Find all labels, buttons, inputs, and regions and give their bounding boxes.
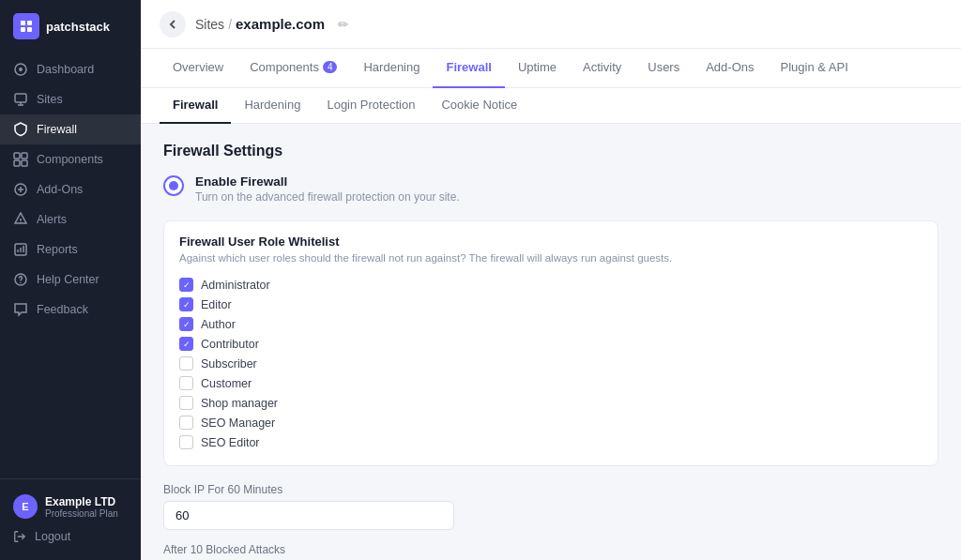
tab-firewall[interactable]: Firewall: [433, 49, 504, 88]
checkbox-label-editor: Editor: [201, 298, 232, 311]
whitelist-desc: Against which user roles should the fire…: [179, 252, 923, 264]
reports-icon: [13, 242, 28, 257]
back-arrow-icon: [167, 19, 178, 30]
checkbox-label-subscriber: Subscriber: [201, 357, 257, 371]
whitelist-title: Firewall User Role Whitelist: [179, 235, 923, 249]
tab-plugin-api[interactable]: Plugin & API: [768, 49, 862, 88]
enable-firewall-row: Enable Firewall Turn on the advanced fir…: [163, 174, 938, 204]
checkbox-label-administrator: Administrator: [201, 279, 270, 292]
logo-text: patchstack: [46, 20, 110, 34]
back-button[interactable]: [160, 11, 186, 38]
sidebar-item-dashboard[interactable]: Dashboard: [0, 54, 141, 84]
sidebar-item-sites[interactable]: Sites: [0, 84, 141, 114]
svg-rect-1: [27, 21, 32, 25]
checkbox-customer[interactable]: [179, 376, 193, 390]
svg-rect-3: [27, 27, 32, 32]
sidebar: patchstack Dashboard Sites Firewall Comp…: [0, 0, 141, 560]
sidebar-item-components[interactable]: Components: [0, 144, 141, 174]
breadcrumb-domain: example.com: [236, 16, 325, 32]
user-plan: Professional Plan: [45, 508, 118, 519]
tab-components[interactable]: Components 4: [236, 49, 350, 88]
sidebar-item-alerts[interactable]: Alerts: [0, 204, 141, 235]
after-blocked-group: After 10 Blocked Attacks: [163, 543, 938, 560]
settings-title: Firewall Settings: [163, 143, 938, 159]
subtab-hardening[interactable]: Hardening: [231, 88, 313, 124]
topbar: Sites / example.com ✏: [141, 0, 961, 49]
svg-rect-6: [15, 94, 26, 102]
checkbox-label-customer: Customer: [201, 377, 252, 390]
svg-point-5: [19, 68, 23, 71]
checkbox-subscriber[interactable]: [179, 356, 193, 371]
checkbox-seo-manager[interactable]: [179, 416, 193, 430]
after-blocked-label: After 10 Blocked Attacks: [163, 543, 938, 556]
components-badge: 4: [323, 61, 338, 73]
tab-overview[interactable]: Overview: [160, 49, 236, 88]
addons-icon: [13, 182, 28, 197]
sidebar-item-feedback[interactable]: Feedback: [0, 295, 141, 325]
checkbox-label-contributor: Contributor: [201, 338, 259, 351]
tab-add-ons[interactable]: Add-Ons: [693, 49, 767, 88]
role-row-customer: Customer: [179, 373, 923, 393]
main-content: Sites / example.com ✏ Overview Component…: [141, 0, 961, 560]
logout-label: Logout: [35, 530, 70, 543]
subtab-cookie-notice[interactable]: Cookie Notice: [428, 88, 530, 124]
checkbox-label-shop-manager: Shop manager: [201, 397, 278, 410]
sidebar-item-firewall[interactable]: Firewall: [0, 114, 141, 144]
checkbox-administrator[interactable]: [179, 278, 193, 292]
role-row-author: Author: [179, 314, 923, 334]
logout-icon: [13, 530, 26, 543]
checkbox-contributor[interactable]: [179, 337, 193, 351]
block-ip-group: Block IP For 60 Minutes: [163, 483, 938, 530]
svg-rect-0: [21, 21, 25, 25]
logo-icon: [13, 13, 39, 39]
enable-firewall-label: Enable Firewall Turn on the advanced fir…: [195, 174, 460, 204]
firewall-icon: [13, 122, 28, 137]
edit-icon[interactable]: ✏: [338, 17, 349, 32]
svg-rect-11: [14, 160, 20, 166]
sidebar-item-reports[interactable]: Reports: [0, 235, 141, 265]
subtab-firewall[interactable]: Firewall: [160, 88, 231, 124]
checkbox-label-author: Author: [201, 318, 236, 331]
role-row-seo-editor: SEO Editor: [179, 432, 923, 452]
checkbox-author[interactable]: [179, 317, 193, 331]
role-row-shop-manager: Shop manager: [179, 393, 923, 413]
svg-rect-9: [14, 153, 20, 159]
checkbox-editor[interactable]: [179, 297, 193, 311]
sidebar-nav: Dashboard Sites Firewall Components Add-…: [0, 49, 141, 478]
logout-button[interactable]: Logout: [13, 526, 128, 547]
sidebar-footer: E Example LTD Professional Plan Logout: [0, 478, 141, 560]
breadcrumb-separator: /: [228, 17, 232, 32]
tab-users[interactable]: Users: [634, 49, 693, 88]
alerts-icon: [13, 212, 28, 227]
svg-point-17: [20, 221, 21, 222]
user-profile: E Example LTD Professional Plan: [13, 489, 128, 526]
role-row-subscriber: Subscriber: [179, 354, 923, 373]
main-nav-tabs: Overview Components 4 Hardening Firewall…: [141, 49, 961, 88]
tab-uptime[interactable]: Uptime: [505, 49, 570, 88]
enable-firewall-title: Enable Firewall: [195, 174, 460, 189]
svg-rect-2: [21, 27, 25, 32]
role-row-editor: Editor: [179, 295, 923, 314]
role-row-contributor: Contributor: [179, 334, 923, 354]
logo[interactable]: patchstack: [0, 0, 141, 49]
settings-panel: Firewall Settings Enable Firewall Turn o…: [141, 124, 961, 560]
checkbox-seo-editor[interactable]: [179, 435, 193, 449]
enable-firewall-desc: Turn on the advanced firewall protection…: [195, 190, 460, 204]
subtab-login-protection[interactable]: Login Protection: [313, 88, 428, 124]
feedback-icon: [13, 302, 28, 317]
tab-hardening[interactable]: Hardening: [350, 49, 433, 88]
svg-rect-10: [22, 153, 27, 159]
block-ip-label: Block IP For 60 Minutes: [163, 483, 938, 496]
sidebar-item-help-center[interactable]: Help Center: [0, 265, 141, 295]
svg-point-23: [20, 282, 21, 283]
block-ip-input[interactable]: [163, 501, 454, 530]
checkbox-shop-manager[interactable]: [179, 396, 193, 410]
avatar: E: [13, 494, 38, 519]
toggle-inner: [169, 181, 178, 190]
sidebar-item-add-ons[interactable]: Add-Ons: [0, 174, 141, 204]
sites-icon: [13, 92, 28, 107]
enable-firewall-toggle[interactable]: [163, 175, 184, 196]
whitelist-section: Firewall User Role Whitelist Against whi…: [163, 220, 938, 466]
role-row-administrator: Administrator: [179, 275, 923, 295]
tab-activity[interactable]: Activity: [570, 49, 634, 88]
